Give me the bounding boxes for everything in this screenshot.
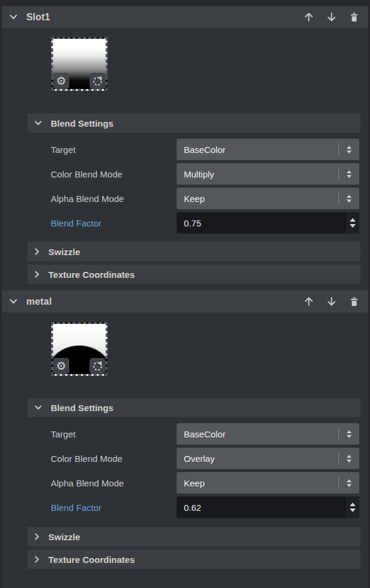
arrow-up-icon: [303, 11, 314, 23]
section-title: Swizzle: [48, 532, 80, 542]
inspector-panel: Slot1 ⚙: [0, 0, 370, 588]
property-label-modified[interactable]: Blend Factor: [27, 503, 177, 513]
property-label-modified[interactable]: Blend Factor: [27, 218, 177, 228]
texture-settings-button[interactable]: ⚙: [53, 358, 69, 374]
property-row-target: Target BaseColor: [27, 423, 360, 445]
refresh-icon: [92, 360, 103, 372]
color-blend-mode-dropdown[interactable]: Overlay: [177, 448, 359, 469]
move-down-button[interactable]: [325, 11, 338, 24]
texture-reload-button[interactable]: [90, 73, 106, 89]
chevron-down-icon: [35, 405, 42, 410]
dropdown-value: Multiply: [184, 169, 338, 179]
spin-down-button[interactable]: [350, 224, 356, 228]
number-value: 0.75: [184, 218, 345, 228]
property-label: Alpha Blend Mode: [27, 194, 177, 204]
dropdown-spinner-icon: [339, 430, 359, 438]
alpha-blend-mode-dropdown[interactable]: Keep: [177, 472, 359, 494]
blend-settings-header[interactable]: Blend Settings: [27, 398, 360, 417]
texture-preview[interactable]: ⚙: [51, 322, 107, 376]
trash-icon: [349, 11, 360, 23]
property-row-target: Target BaseColor: [27, 139, 360, 160]
alpha-blend-mode-dropdown[interactable]: Keep: [177, 188, 359, 209]
color-blend-mode-dropdown[interactable]: Multiply: [177, 163, 359, 185]
blend-settings-section: Blend Settings Target BaseColor Color Bl…: [27, 398, 360, 518]
dropdown-value: Overlay: [184, 454, 338, 464]
texture-settings-button[interactable]: ⚙: [53, 73, 69, 89]
property-row-alpha-blend-mode: Alpha Blend Mode Keep: [27, 472, 360, 494]
dropdown-value: BaseColor: [184, 145, 338, 155]
arrow-down-icon: [326, 11, 337, 23]
chevron-right-icon: [35, 248, 39, 255]
swizzle-section: Swizzle Texture Coordinates: [27, 242, 360, 284]
property-row-blend-factor: Blend Factor 0.75: [27, 212, 360, 234]
dropdown-spinner-icon: [339, 195, 359, 203]
swizzle-header[interactable]: Swizzle: [27, 242, 360, 261]
slot-toolbar: [302, 295, 360, 308]
delete-button[interactable]: [347, 11, 360, 24]
chevron-right-icon: [35, 533, 39, 540]
gear-icon: ⚙: [56, 75, 66, 87]
dropdown-value: Keep: [184, 194, 338, 204]
spin-up-button[interactable]: [350, 218, 356, 222]
property-row-alpha-blend-mode: Alpha Blend Mode Keep: [27, 188, 360, 209]
property-row-color-blend-mode: Color Blend Mode Overlay: [27, 448, 360, 469]
dropdown-value: BaseColor: [184, 429, 338, 439]
texture-preview-row: ⚙: [51, 37, 368, 91]
swizzle-header[interactable]: Swizzle: [27, 527, 360, 546]
slot-title: metal: [26, 296, 52, 307]
property-row-color-blend-mode: Color Blend Mode Multiply: [27, 163, 360, 185]
layer-slot: metal ⚙: [2, 290, 368, 569]
spin-up-button[interactable]: [350, 503, 356, 506]
target-dropdown[interactable]: BaseColor: [177, 423, 359, 445]
blend-settings-header[interactable]: Blend Settings: [27, 114, 360, 133]
number-spinner: [345, 497, 359, 518]
chevron-down-icon[interactable]: [10, 14, 17, 20]
dropdown-value: Keep: [184, 478, 338, 488]
texture-coordinates-header[interactable]: Texture Coordinates: [27, 265, 360, 284]
layer-slot: Slot1 ⚙: [2, 6, 368, 284]
swizzle-section: Swizzle Texture Coordinates: [27, 527, 360, 569]
blend-settings-section: Blend Settings Target BaseColor Color Bl…: [27, 114, 360, 234]
texture-preview-row: ⚙: [51, 322, 368, 376]
chevron-down-icon[interactable]: [10, 299, 17, 304]
property-label: Color Blend Mode: [27, 169, 177, 179]
section-title: Swizzle: [48, 247, 80, 257]
texture-preview[interactable]: ⚙: [51, 37, 107, 91]
target-dropdown[interactable]: BaseColor: [177, 139, 359, 160]
slot-toolbar: [302, 11, 360, 24]
property-label: Alpha Blend Mode: [27, 478, 177, 488]
section-title: Texture Coordinates: [48, 270, 135, 280]
refresh-icon: [92, 75, 103, 87]
section-title: Blend Settings: [51, 403, 113, 413]
chevron-down-icon: [35, 121, 42, 125]
blend-factor-input[interactable]: 0.75: [177, 212, 359, 234]
arrow-up-icon: [303, 296, 314, 307]
dropdown-spinner-icon: [339, 170, 359, 178]
spin-down-button[interactable]: [350, 509, 356, 512]
blend-factor-input[interactable]: 0.62: [177, 497, 359, 518]
delete-button[interactable]: [347, 295, 360, 308]
dropdown-spinner-icon: [339, 479, 359, 487]
property-label: Color Blend Mode: [27, 454, 177, 464]
dropdown-spinner-icon: [339, 455, 359, 463]
property-row-blend-factor: Blend Factor 0.62: [27, 497, 360, 518]
section-title: Texture Coordinates: [48, 555, 135, 565]
slot-header[interactable]: metal: [2, 290, 368, 313]
property-label: Target: [27, 429, 177, 439]
panel-top-strip: [2, 0, 368, 6]
move-up-button[interactable]: [302, 11, 315, 24]
texture-coordinates-header[interactable]: Texture Coordinates: [27, 550, 360, 569]
number-value: 0.62: [184, 503, 345, 513]
move-down-button[interactable]: [325, 295, 338, 308]
arrow-down-icon: [326, 296, 337, 307]
trash-icon: [349, 296, 360, 307]
texture-reload-button[interactable]: [90, 358, 106, 374]
property-label: Target: [27, 145, 177, 155]
slot-header[interactable]: Slot1: [2, 6, 368, 28]
slot-title: Slot1: [26, 12, 50, 23]
chevron-right-icon: [35, 271, 39, 278]
chevron-right-icon: [35, 556, 39, 563]
section-title: Blend Settings: [51, 118, 113, 128]
move-up-button[interactable]: [302, 295, 315, 308]
number-spinner: [345, 212, 359, 234]
